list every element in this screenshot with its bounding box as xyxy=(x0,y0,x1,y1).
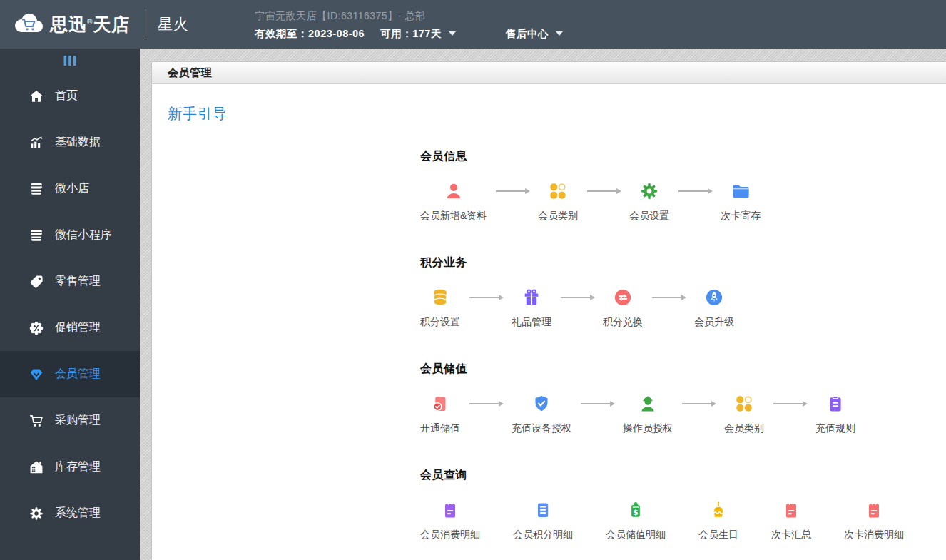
document-lines-icon xyxy=(533,500,553,520)
panel-title: 会员管理 xyxy=(152,62,946,84)
cloud-cart-logo-icon xyxy=(13,12,44,36)
flow-arrow-icon xyxy=(581,403,614,404)
available-label: 可用： xyxy=(380,27,412,41)
section-member-query: 会员查询 会员消费明细 xyxy=(420,468,946,541)
receipt-pink-icon xyxy=(781,500,801,520)
shopping-cart-icon xyxy=(29,413,44,429)
member-user-icon xyxy=(444,181,464,201)
home-icon xyxy=(29,88,44,104)
tab-beginner-guide[interactable]: 新手引导 xyxy=(168,104,228,123)
section-title: 积分业务 xyxy=(420,255,946,270)
sidebar-item-system-management[interactable]: 系统管理 xyxy=(0,490,140,536)
shield-check-icon xyxy=(532,394,551,414)
guide-item-recharge-device-auth[interactable]: 充值设备授权 xyxy=(512,394,571,435)
exchange-circle-icon xyxy=(613,287,633,307)
member-management-panel: 会员管理 新手引导 会员信息 会员新增&资料 xyxy=(151,61,946,560)
guide-item-member-birthday[interactable]: 会员生日 xyxy=(698,500,738,541)
validity-date: 2023-08-06 xyxy=(308,28,365,39)
section-points-business: 积分业务 积分设置 xyxy=(420,255,946,329)
sidebar-item-promotion-management[interactable]: 促销管理 xyxy=(0,305,140,351)
guide-item-member-category[interactable]: 会员类别 xyxy=(724,394,764,435)
guide-item-member-add[interactable]: 会员新增&资料 xyxy=(420,181,487,223)
folder-icon xyxy=(731,181,751,201)
guide-item-card-deposit[interactable]: 次卡寄存 xyxy=(721,181,761,223)
clover-icon xyxy=(548,181,568,201)
sidebar-item-wechat-miniprogram[interactable]: 微信小程序 xyxy=(0,212,140,258)
guide-item-member-stored-value-detail[interactable]: $ 会员储值明细 xyxy=(606,500,666,541)
guide-item-member-category[interactable]: 会员类别 xyxy=(538,181,578,223)
guide-item-card-summary[interactable]: 次卡汇总 xyxy=(771,500,811,541)
sidebar-item-inventory-management[interactable]: 库存管理 xyxy=(0,444,140,490)
dollar-tag-icon: $ xyxy=(626,500,646,520)
section-member-stored-value: 会员储值 开通储值 xyxy=(420,362,946,435)
content-area: 会员管理 新手引导 会员信息 会员新增&资料 xyxy=(140,49,946,560)
sidebar-item-basic-data[interactable]: 基础数据 xyxy=(0,119,140,166)
sidebar-item-label: 促销管理 xyxy=(55,320,101,335)
guide-item-member-consumption-detail[interactable]: 会员消费明细 xyxy=(420,500,480,541)
coins-icon xyxy=(430,287,450,307)
guide-item-recharge-rules[interactable]: 充值规则 xyxy=(815,394,855,435)
bar-chart-icon xyxy=(29,135,44,151)
available-days: 177天 xyxy=(412,27,442,41)
guide-item-member-points-detail[interactable]: 会员积分明细 xyxy=(513,500,573,541)
price-tag-icon xyxy=(29,274,44,290)
sidebar-item-micro-store[interactable]: 微小店 xyxy=(0,166,140,212)
support-center-menu[interactable]: 售后中心 xyxy=(506,27,563,41)
product-name: 星火 xyxy=(158,14,189,34)
sidebar-item-label: 库存管理 xyxy=(55,459,101,474)
guide-item-card-consumption-detail[interactable]: 次卡消费明细 xyxy=(844,500,904,541)
guide-item-points-settings[interactable]: 积分设置 xyxy=(420,287,460,329)
guide-item-points-exchange[interactable]: 积分兑换 xyxy=(603,287,643,329)
birthday-cake-icon xyxy=(708,500,728,520)
guide-item-member-settings[interactable]: 会员设置 xyxy=(629,181,669,223)
sidebar-item-home[interactable]: 首页 xyxy=(0,73,140,119)
sidebar-item-label: 微小店 xyxy=(55,181,89,196)
operator-icon xyxy=(638,394,658,414)
sidebar-item-label: 微信小程序 xyxy=(55,228,112,243)
guide-item-operator-auth[interactable]: 操作员授权 xyxy=(623,394,673,435)
guide-item-gift-management[interactable]: 礼品管理 xyxy=(512,287,551,329)
store-info: 宇宙无敌天店【ID:63116375】- 总部 xyxy=(255,10,563,23)
sidebar-collapse-button[interactable] xyxy=(0,49,140,73)
flow-arrow-icon xyxy=(469,403,502,404)
sidebar-item-label: 零售管理 xyxy=(55,274,101,289)
sidebar-item-retail-management[interactable]: 零售管理 xyxy=(0,258,140,305)
storefront-icon xyxy=(29,228,44,243)
receipt-purple-icon xyxy=(440,500,460,520)
app-header: 思迅®天店 星火 宇宙无敌天店【ID:63116375】- 总部 有效期至： 2… xyxy=(0,0,946,49)
header-divider xyxy=(146,9,146,39)
section-member-info: 会员信息 会员新增&资料 xyxy=(420,149,946,223)
flow-arrow-icon xyxy=(773,403,806,404)
flow-arrow-icon xyxy=(469,297,502,298)
validity-label: 有效期至： xyxy=(255,27,308,41)
storefront-icon xyxy=(29,181,44,197)
sidebar-item-purchase-management[interactable]: 采购管理 xyxy=(0,397,140,444)
brand-logo: 思迅®天店 xyxy=(0,12,134,36)
sidebar-item-label: 会员管理 xyxy=(55,367,101,382)
flow-arrow-icon xyxy=(652,297,685,298)
license-dropdown-caret-icon[interactable] xyxy=(449,31,456,36)
receipt-pink-icon xyxy=(864,500,884,520)
sidebar-item-member-management[interactable]: 会员管理 xyxy=(0,351,140,397)
sidebar-item-label: 首页 xyxy=(55,88,78,103)
flow-arrow-icon xyxy=(496,190,529,192)
section-title: 会员信息 xyxy=(420,149,946,164)
support-center-caret-icon xyxy=(556,31,563,36)
svg-text:$: $ xyxy=(633,508,638,516)
vip-gem-icon xyxy=(29,367,44,382)
clipboard-icon xyxy=(825,394,845,414)
brand-name: 思迅®天店 xyxy=(50,13,130,36)
guide-item-open-stored-value[interactable]: 开通储值 xyxy=(420,394,460,435)
gift-icon xyxy=(522,287,541,307)
gear-green-icon xyxy=(639,181,659,201)
sidebar-item-label: 基础数据 xyxy=(55,135,101,150)
flow-arrow-icon xyxy=(682,403,715,404)
clover-icon xyxy=(734,394,754,414)
document-check-icon xyxy=(430,394,450,414)
sidebar-item-label: 系统管理 xyxy=(55,506,101,521)
gear-icon xyxy=(29,506,44,521)
warehouse-icon xyxy=(29,459,44,475)
guide-item-member-upgrade[interactable]: 会员升级 xyxy=(694,287,734,329)
flow-arrow-icon xyxy=(678,190,711,192)
section-title: 会员储值 xyxy=(420,362,946,377)
